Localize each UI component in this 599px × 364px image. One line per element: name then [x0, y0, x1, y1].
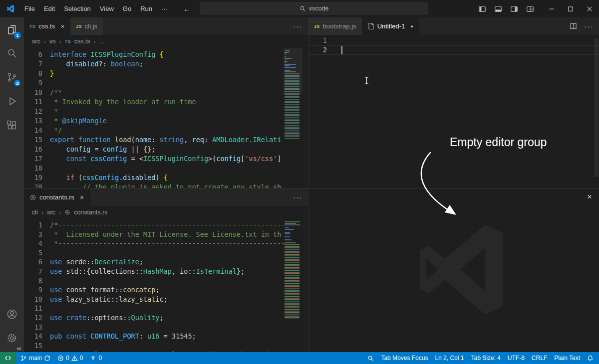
language-mode-item[interactable]: Plain Text: [551, 352, 584, 364]
ports-item[interactable]: 0: [86, 352, 105, 364]
line-number: 11: [24, 304, 42, 313]
chevron-right-icon: ›: [44, 38, 46, 45]
line-number: 16: [24, 145, 42, 154]
sidebar-item-run-debug[interactable]: [0, 89, 24, 113]
editor-area: TS css.ts × JS cli.js ··· src › vs › TS …: [24, 17, 599, 352]
close-tab-icon[interactable]: ×: [80, 194, 84, 201]
code-line: export function load(name: string, req: …: [50, 135, 285, 145]
code-line: config = config || {};: [50, 145, 285, 154]
close-group-icon[interactable]: ×: [587, 192, 592, 201]
more-actions-icon[interactable]: ···: [293, 22, 302, 30]
breadcrumb-item[interactable]: src: [32, 38, 40, 45]
breadcrumb-item[interactable]: src: [47, 209, 55, 216]
line-number: 14: [24, 126, 42, 135]
close-tab-icon[interactable]: ×: [60, 23, 64, 30]
tab-constants-rs[interactable]: constants.rs ×: [24, 188, 90, 206]
typescript-file-icon: TS: [65, 39, 71, 44]
minimap[interactable]: [285, 48, 301, 188]
minimap[interactable]: [285, 219, 301, 352]
tab-moves-focus-label: Tab Moves Focus: [381, 355, 428, 362]
magnifier-item[interactable]: [364, 352, 377, 364]
notifications-item[interactable]: [584, 352, 597, 364]
account-button[interactable]: [0, 302, 24, 326]
code-line: if (cssConfig.disabled) {: [50, 173, 285, 182]
more-actions-icon[interactable]: ···: [584, 22, 593, 30]
back-button[interactable]: ←: [183, 4, 191, 13]
sidebar-item-explorer[interactable]: 1: [0, 17, 24, 41]
javascript-file-icon: JS: [76, 24, 81, 29]
cursor-position-item[interactable]: Ln 2, Col 1: [431, 352, 467, 364]
tab-cli-js[interactable]: JS cli.js: [70, 17, 103, 35]
breadcrumb-item[interactable]: cli: [32, 209, 38, 216]
menu-bar: File Edit Selection View Go Run ···: [20, 3, 172, 14]
ports-count: 0: [98, 355, 102, 362]
chevron-right-icon: ›: [41, 209, 43, 216]
minimap-slider[interactable]: [284, 48, 302, 94]
line-number: 15: [24, 341, 42, 351]
sidebar-item-source-control[interactable]: [0, 65, 24, 89]
code-line: /*--------------------------------------…: [50, 220, 285, 230]
menu-go[interactable]: Go: [118, 3, 136, 14]
line-number: 10: [24, 88, 42, 97]
toggle-primary-sidebar-icon[interactable]: [478, 5, 486, 13]
branch-item[interactable]: main: [17, 352, 54, 364]
run-debug-icon: [6, 95, 18, 107]
remote-icon: [4, 355, 11, 362]
line-number: 11: [24, 97, 42, 107]
eol-item[interactable]: CRLF: [528, 352, 551, 364]
sidebar-item-extensions[interactable]: [0, 113, 24, 137]
tab-css-ts[interactable]: TS css.ts ×: [24, 17, 70, 35]
toggle-panel-icon[interactable]: [494, 5, 502, 13]
line-number: 14: [24, 332, 42, 341]
breadcrumb-item[interactable]: vs: [49, 38, 56, 45]
line-number: 6: [24, 50, 42, 59]
code-line: [341, 36, 599, 45]
command-center-search[interactable]: vscode: [200, 2, 428, 14]
customize-layout-icon[interactable]: [526, 5, 534, 13]
code-line: pub const CONTROL_PORT: u16 = 31545;: [50, 332, 285, 341]
tab-moves-focus-item[interactable]: Tab Moves Focus: [377, 352, 431, 364]
line-number: 8: [24, 69, 42, 78]
menu-file[interactable]: File: [20, 3, 39, 14]
menu-run[interactable]: Run: [136, 3, 157, 14]
menu-view[interactable]: View: [95, 3, 118, 14]
close-window-button[interactable]: [580, 0, 599, 17]
branch-name: main: [29, 355, 42, 362]
vscode-watermark-logo: [412, 218, 517, 321]
dirty-dot-icon[interactable]: ●: [410, 24, 413, 29]
code-line: // the plugin is asked to not create any…: [50, 182, 285, 188]
problems-item[interactable]: 0 0: [54, 352, 86, 364]
sidebar-item-search[interactable]: [0, 41, 24, 65]
settings-button[interactable]: vs: [0, 326, 24, 350]
code-editor[interactable]: 1345678910111213141516 /*---------------…: [24, 219, 308, 352]
maximize-button[interactable]: [561, 0, 580, 17]
toggle-secondary-sidebar-icon[interactable]: [510, 5, 518, 13]
menu-overflow-icon[interactable]: ···: [157, 3, 172, 14]
tab-label: css.ts: [38, 22, 55, 30]
menu-edit[interactable]: Edit: [39, 3, 59, 14]
encoding-item[interactable]: UTF-8: [504, 352, 528, 364]
code-editor[interactable]: 67891011121314151617181920 interface ICS…: [24, 48, 308, 188]
tab-size-item[interactable]: Tab Size: 4: [467, 352, 504, 364]
code-editor[interactable]: 12: [308, 35, 599, 188]
line-number: 16: [24, 350, 42, 352]
title-bar-right: [478, 0, 599, 17]
breadcrumb-item[interactable]: css.ts: [74, 38, 90, 45]
tab-bar: TS css.ts × JS cli.js ···: [24, 17, 308, 35]
tab-bootstrap-js[interactable]: JS bootstrap.js: [308, 17, 362, 35]
breadcrumb-item[interactable]: constants.rs: [74, 209, 107, 216]
code-line: /// Protocol version sent to clients. Th…: [50, 350, 285, 352]
remote-indicator[interactable]: [0, 352, 16, 364]
line-number: 4: [24, 239, 42, 248]
code-line: [50, 248, 285, 258]
line-number: 8: [24, 276, 42, 286]
split-editor-icon[interactable]: [570, 22, 577, 30]
rust-file-icon: [29, 194, 36, 201]
tab-untitled-1[interactable]: Untitled-1 ●: [362, 17, 419, 35]
breadcrumb: cli › src › constants.rs: [24, 206, 308, 219]
tab-label: bootstrap.js: [322, 22, 356, 30]
breadcrumb-item[interactable]: ...: [99, 38, 104, 45]
minimize-button[interactable]: [542, 0, 561, 17]
more-actions-icon[interactable]: ···: [293, 193, 302, 201]
menu-selection[interactable]: Selection: [59, 3, 95, 14]
